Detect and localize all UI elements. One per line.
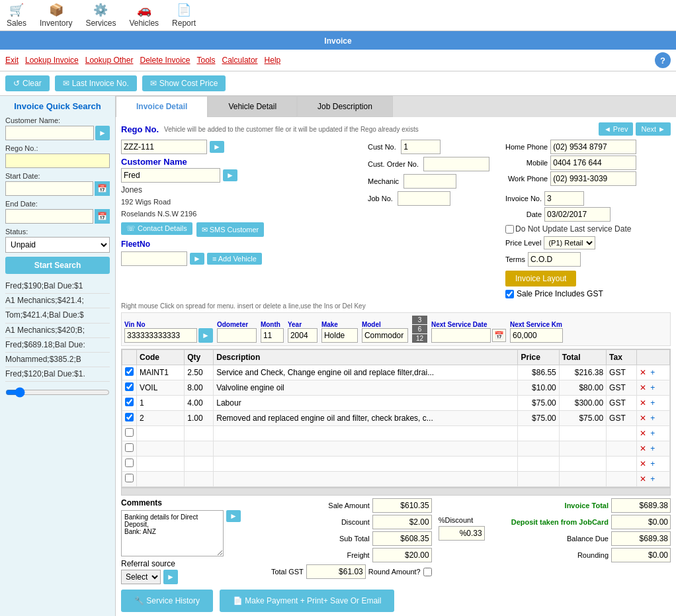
- row-6-button[interactable]: 6: [412, 325, 427, 333]
- row-add-icon[interactable]: +: [650, 398, 655, 408]
- freight-input[interactable]: [372, 548, 432, 562]
- items-scrollable[interactable]: Code Qty Description Price Total Tax MAI…: [121, 349, 671, 488]
- cust-order-input[interactable]: [423, 157, 489, 171]
- next-service-calendar[interactable]: 📅: [492, 329, 506, 342]
- invoice-no-input[interactable]: [544, 191, 584, 206]
- tab-job-description[interactable]: Job Description: [297, 96, 393, 117]
- customer-list-item[interactable]: Mohammed;$385.2;B: [5, 353, 110, 367]
- customer-name-input[interactable]: [5, 126, 94, 140]
- nav-services[interactable]: ⚙️ Services: [85, 3, 116, 28]
- row-add-icon[interactable]: +: [650, 368, 655, 377]
- row-12-button[interactable]: 12: [412, 334, 427, 343]
- comments-textarea[interactable]: [121, 510, 224, 556]
- nav-report[interactable]: 📄 Report: [172, 3, 196, 28]
- calculator-link[interactable]: Calculator: [222, 56, 258, 65]
- nav-inventory[interactable]: 📦 Inventory: [40, 3, 72, 28]
- balance-due-input[interactable]: [611, 531, 671, 546]
- deposit-input[interactable]: [611, 515, 671, 529]
- row-checkbox[interactable]: [125, 382, 134, 391]
- rego-arrow-button[interactable]: ►: [210, 141, 224, 153]
- empty-row-add[interactable]: +: [650, 474, 655, 484]
- customer-list-item[interactable]: A1 Mechanics;$421.4;: [5, 294, 110, 308]
- end-date-calendar[interactable]: 📅: [95, 209, 110, 224]
- price-level-select[interactable]: (P1) Retail: [544, 236, 595, 249]
- odometer-input[interactable]: [217, 328, 257, 343]
- status-select[interactable]: Unpaid: [5, 237, 110, 253]
- model-input[interactable]: [362, 328, 408, 343]
- row-delete-icon[interactable]: ✕: [640, 398, 646, 408]
- empty-row-add[interactable]: +: [650, 444, 655, 453]
- delete-invoice-link[interactable]: Delete Invoice: [140, 56, 190, 65]
- sale-price-checkbox[interactable]: [505, 290, 514, 298]
- last-invoice-button[interactable]: ✉ Last Invoice No.: [55, 75, 137, 91]
- row-checkbox[interactable]: [125, 398, 134, 406]
- make-payment-button[interactable]: 📄 Make Payment + Print+ Save Or Email: [220, 590, 394, 612]
- mechanic-input[interactable]: [403, 174, 456, 189]
- fleet-no-input[interactable]: [121, 251, 187, 266]
- make-input[interactable]: [321, 328, 358, 343]
- vin-arrow[interactable]: ►: [198, 328, 213, 343]
- customer-list-item[interactable]: Tom;$421.4;Bal Due:$: [5, 308, 110, 323]
- customer-first-input[interactable]: [121, 168, 220, 183]
- fleet-arrow-button[interactable]: ►: [190, 253, 204, 265]
- row-delete-icon[interactable]: ✕: [640, 383, 646, 392]
- customer-list-item[interactable]: Fred;$120;Bal Due:$1.: [5, 367, 110, 382]
- percent-discount-input[interactable]: [439, 526, 485, 541]
- year-input[interactable]: [288, 328, 317, 343]
- show-cost-price-button[interactable]: ✉ Show Cost Price: [142, 75, 226, 91]
- invoice-layout-button[interactable]: Invoice Layout: [505, 271, 576, 286]
- comments-arrow[interactable]: ►: [226, 510, 241, 522]
- prev-button[interactable]: ◄ Prev: [599, 122, 634, 136]
- row-add-icon[interactable]: +: [650, 383, 655, 392]
- cust-no-input[interactable]: [401, 140, 441, 154]
- next-button[interactable]: Next ►: [636, 122, 671, 136]
- row-checkbox[interactable]: [125, 367, 134, 376]
- lookup-other-link[interactable]: Lookup Other: [85, 56, 134, 65]
- discount-input[interactable]: [372, 515, 432, 529]
- customer-list-item[interactable]: Fred;$689.18;Bal Due:: [5, 338, 110, 353]
- empty-row-add[interactable]: +: [650, 459, 655, 468]
- customer-arrow-button[interactable]: ►: [223, 169, 237, 181]
- vin-input[interactable]: [124, 328, 197, 343]
- sms-customer-button[interactable]: ✉ SMS Customer: [196, 222, 265, 237]
- rounding-input[interactable]: [611, 548, 671, 562]
- month-input[interactable]: [261, 328, 284, 343]
- row-add-icon[interactable]: +: [650, 414, 655, 423]
- row-3-button[interactable]: 3: [412, 316, 427, 324]
- referral-select[interactable]: Select: [121, 570, 161, 584]
- do-not-update-checkbox[interactable]: [505, 225, 514, 234]
- empty-row-checkbox[interactable]: [125, 474, 134, 482]
- tab-vehicle-detail[interactable]: Vehicle Detail: [208, 96, 297, 117]
- end-date-input[interactable]: [5, 209, 93, 224]
- service-history-button[interactable]: 🔧 Service History: [121, 590, 213, 612]
- date-input[interactable]: [544, 207, 611, 222]
- clear-button[interactable]: ↺ Clear: [5, 75, 50, 91]
- start-date-input[interactable]: [5, 181, 93, 196]
- home-phone-input[interactable]: [550, 140, 636, 154]
- empty-row-add[interactable]: +: [650, 429, 655, 438]
- empty-row-checkbox[interactable]: [125, 428, 134, 437]
- empty-row-checkbox[interactable]: [125, 459, 134, 467]
- empty-row-delete[interactable]: ✕: [640, 459, 646, 468]
- tools-link[interactable]: Tools: [197, 56, 216, 65]
- empty-row-delete[interactable]: ✕: [640, 474, 646, 484]
- row-delete-icon[interactable]: ✕: [640, 414, 646, 423]
- next-service-date-input[interactable]: [431, 328, 491, 343]
- referral-arrow[interactable]: ►: [163, 570, 178, 584]
- mobile-input[interactable]: [550, 155, 636, 170]
- start-date-calendar[interactable]: 📅: [95, 181, 110, 196]
- customer-list-item[interactable]: A1 Mechanics;$420;B;: [5, 324, 110, 338]
- empty-row-delete[interactable]: ✕: [640, 444, 646, 453]
- round-amount-checkbox[interactable]: [423, 568, 432, 576]
- sale-amount-input[interactable]: [372, 498, 432, 513]
- invoice-total-input[interactable]: [611, 498, 671, 513]
- start-search-button[interactable]: Start Search: [5, 257, 110, 274]
- help-button[interactable]: ?: [655, 52, 671, 68]
- help-link[interactable]: Help: [265, 56, 281, 65]
- work-phone-input[interactable]: [550, 171, 636, 186]
- tab-invoice-detail[interactable]: Invoice Detail: [116, 96, 208, 117]
- rego-no-input[interactable]: [5, 154, 110, 168]
- customer-name-arrow[interactable]: ►: [95, 126, 110, 140]
- sub-total-input[interactable]: [372, 531, 432, 546]
- nav-sales[interactable]: 🛒 Sales: [7, 3, 26, 28]
